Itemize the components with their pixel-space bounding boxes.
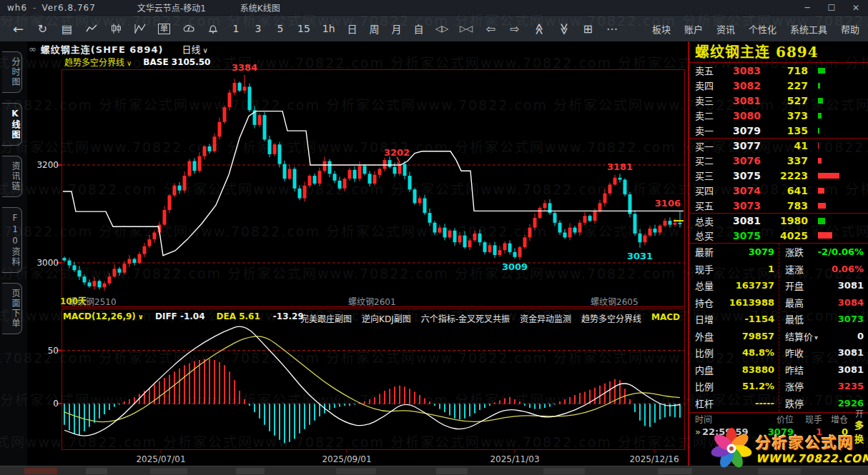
add-pane-icon[interactable]: ⊞ (582, 22, 594, 36)
sidebar-tab-time-chart[interactable]: 分时图 (2, 51, 22, 93)
tab-six-indicators[interactable]: 六个指标-金叉死叉共振 (421, 312, 510, 324)
period-1min[interactable]: 1 (231, 23, 241, 34)
ask3-volume-bar (818, 98, 823, 104)
svg-text:2025/12/16: 2025/12/16 (629, 454, 679, 464)
line-chart-icon[interactable] (85, 24, 97, 34)
period-custom[interactable]: 自 (414, 21, 424, 36)
menu-news[interactable]: 资讯 (716, 22, 735, 36)
titlebar-tab-system-kline[interactable]: 系统K线图 (240, 1, 280, 14)
ask-row-3[interactable]: 卖三 3081 527 (689, 93, 868, 108)
outer-volume-value: 79857 (742, 331, 774, 341)
tab-reverse-kdj[interactable]: 逆向KDJ副图 (362, 312, 411, 324)
ask3-label: 卖三 (695, 94, 721, 107)
page-up-icon[interactable]: ≪ (533, 22, 546, 36)
svg-text:3000: 3000 (36, 258, 59, 268)
tab-macd[interactable]: MACD (651, 312, 680, 324)
sidebar-tab-f10-info[interactable]: F10资料 (2, 207, 22, 273)
last-price-label: 最新 (695, 245, 714, 259)
svg-text:3200: 3200 (36, 160, 59, 170)
period-1hour[interactable]: 1h (322, 23, 335, 34)
period-5min[interactable]: 5 (275, 23, 285, 34)
page-down-icon[interactable]: ≪ (558, 22, 570, 36)
bid1-volume-bar (818, 143, 819, 149)
ask4-volume: 227 (761, 80, 808, 91)
bid1-volume: 41 (761, 140, 808, 151)
scroll-left-icon[interactable]: ⇦ (485, 22, 497, 36)
close-button[interactable]: ✕ (844, 3, 868, 13)
sidebar-tab-page-order[interactable]: 页面下单 (2, 283, 22, 334)
bid-row-2[interactable]: 买二 3076 337 (689, 153, 868, 168)
scroll-right-icon[interactable]: ⇨ (509, 22, 521, 36)
svg-text:3106: 3106 (655, 198, 681, 209)
bid2-price: 3076 (721, 155, 761, 166)
bid-row-4[interactable]: 买四 3074 641 (689, 183, 868, 198)
ask-row-1[interactable]: 卖一 3079 135 (689, 123, 868, 138)
link-icon: ∞ (29, 44, 36, 54)
main-toolbar: ← ↻ ▤ 单 1 3 5 15 1h 日 周 月 自 ◁▷ ▷◁ ⇦ ⇨ ≪ … (0, 16, 868, 41)
tick-chart-icon[interactable] (134, 24, 146, 34)
period-week[interactable]: 周 (370, 21, 380, 36)
svg-text:50: 50 (48, 346, 59, 356)
sidebar-tab-news-link[interactable]: 资讯链 (2, 156, 22, 197)
zoom-out-icon[interactable]: ◁▷ (436, 24, 448, 34)
alert-bell-icon[interactable] (207, 24, 219, 34)
period-day[interactable]: 日 (347, 21, 357, 36)
ask5-label: 卖五 (695, 64, 721, 77)
quote-title: 螺纹钢主连 6894 (689, 41, 868, 63)
macd-header: MACD(12,26,9) DIFF -1.04 DEA 5.61 -13.29 (63, 311, 304, 321)
tab-fund-monitor[interactable]: 资金异动监测 (520, 312, 571, 324)
macd-indicator-dropdown[interactable]: MACD(12,26,9) (63, 311, 144, 321)
macd-dea-value: DEA 5.61 (217, 311, 260, 321)
bid1-label: 买一 (695, 139, 721, 153)
maximize-button[interactable]: ☐ (819, 3, 844, 13)
prev-close-value: 3081 (838, 347, 864, 358)
period-dropdown[interactable]: 日线 (182, 42, 207, 56)
open-interest-label: 持仓 (695, 296, 714, 309)
ask-row-4[interactable]: 卖四 3082 227 (689, 78, 868, 93)
svg-text:2025/09/01: 2025/09/01 (322, 454, 371, 464)
back-icon[interactable]: ← (12, 21, 24, 36)
order-panel-icon[interactable]: 单 (158, 24, 170, 34)
logo-site-name: 分析家公式网 (756, 431, 868, 452)
zoom-in-icon[interactable]: ▷◁ (460, 24, 473, 34)
tape-col-price: 价位 (756, 413, 794, 425)
ask-row-5[interactable]: 卖五 3083 718 (689, 63, 868, 78)
main-indicator-dropdown[interactable]: 趋势多空分界线 (64, 56, 132, 68)
period-3min[interactable]: 3 (253, 23, 263, 34)
tape-header: 时间 价位 现手 增仓 开平 (689, 412, 868, 425)
report-list-icon[interactable]: ▤ (61, 22, 73, 36)
last-price-value: 3079 (749, 246, 774, 257)
more-icon[interactable]: ⋯ (606, 22, 618, 36)
sidebar-tab-kline-chart[interactable]: K线图 (2, 103, 22, 146)
tab-perfect-follow[interactable]: 完美跟庄副图 (300, 312, 352, 324)
symbol-name[interactable]: 螺纹钢主连(SHFE 6894) (41, 42, 164, 56)
inner-volume-value: 83880 (742, 364, 774, 375)
bid-row-3[interactable]: 买三 3075 2223 (689, 168, 868, 183)
refresh-icon[interactable]: ↻ (36, 22, 49, 36)
bid-row-5[interactable]: 买五 3073 783 (689, 198, 868, 213)
low-value: 3073 (838, 314, 864, 324)
total-buy-price: 3075 (721, 230, 761, 241)
bid4-volume: 641 (761, 185, 808, 196)
ask3-price: 3081 (721, 95, 761, 106)
menu-account[interactable]: 账户 (684, 22, 703, 36)
cloud-sync-icon[interactable] (182, 24, 194, 34)
menu-sectors[interactable]: 板块 (652, 22, 671, 36)
period-15min[interactable]: 15 (297, 23, 310, 34)
app-version: Ver6.8.767 (41, 3, 95, 13)
tab-trend-line[interactable]: 趋势多空分界线 (581, 312, 641, 324)
ask-row-2[interactable]: 卖二 3080 373 (689, 108, 868, 123)
titlebar-tab-cloud-node[interactable]: 文华云节点-移动1 (137, 1, 206, 14)
menu-system-tools[interactable]: 系统工具 (790, 22, 827, 36)
ask3-volume: 527 (761, 95, 808, 106)
settlement-dropdown[interactable]: 结算价 (785, 329, 818, 343)
bid4-price: 3074 (721, 185, 761, 196)
svg-text:3031: 3031 (627, 251, 653, 261)
menu-help[interactable]: 帮助 (841, 22, 859, 36)
period-month[interactable]: 月 (392, 21, 402, 36)
minimize-button[interactable]: ─ (795, 3, 819, 13)
menu-personalize[interactable]: 个性化 (749, 22, 776, 36)
bid-row-1[interactable]: 买一 3077 41 (689, 138, 868, 153)
candlestick-icon[interactable] (109, 23, 122, 34)
total-sell-row: 总卖 3081 1980 (689, 213, 868, 228)
